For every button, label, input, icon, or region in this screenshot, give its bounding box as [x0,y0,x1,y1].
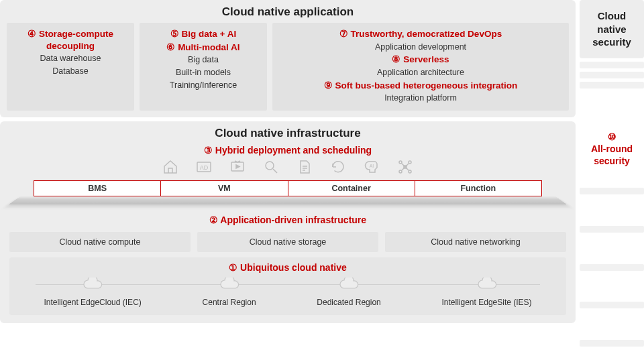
infrastructure-title: Cloud native infrastructure [7,127,569,140]
compute-vm: VM [161,180,288,196]
sub-bigdata: Big data [188,54,219,66]
sidebar-stripe-icon [580,72,644,78]
cloud-icon [476,278,498,294]
home-icon [162,159,178,178]
box-devops-serverless: ⑦ Trustworthy, democratized DevOps Appli… [272,23,569,111]
cloud-icon [218,278,241,294]
heading-devops: ⑦ Trustworthy, democratized DevOps [339,28,502,40]
hybrid-section: ③ Hybrid deployment and scheduling AD AI… [7,144,569,206]
application-panel: Cloud native application ④ Storage-compu… [0,0,576,117]
svg-text:AI: AI [370,164,374,168]
cloud-regions-row: Intelligent EdgeCloud (IEC) Central Regi… [13,278,562,307]
drone-icon [397,159,413,178]
ad-icon: AD [196,159,212,178]
sidebar-stripe-icon [580,302,644,308]
svg-point-5 [399,161,402,164]
infrastructure-panel: Cloud native infrastructure ③ Hybrid dep… [0,121,576,323]
search-icon [263,159,279,178]
sub-app-development: Application development [375,42,466,53]
box-storage-compute: ④ Storage-compute decoupling Data wareho… [7,23,134,111]
heading-hybrid: ③ Hybrid deployment and scheduling [7,144,569,156]
heading-serverless: ⑧ Serverless [392,54,449,66]
ai-head-icon: AI [364,159,380,178]
refresh-icon [330,159,346,178]
appdriven-section: ② Application-driven infrastructure Clou… [7,214,569,251]
ubiquitous-section: ① Ubiquitous cloud native Intelligent Ed… [9,257,566,315]
compute-function: Function [415,180,542,196]
heading-softbus: ⑨ Soft bus-based heterogeneous integrati… [324,80,517,92]
tile-networking: Cloud native networking [385,232,566,252]
svg-point-8 [409,170,411,173]
sidebar-stripe-icon [580,188,644,194]
svg-point-6 [409,161,411,164]
sub-integration-platform: Integration platform [384,93,457,104]
heading-storage-compute: ④ Storage-compute decoupling [11,28,130,52]
application-title: Cloud native application [7,5,569,19]
cloud-icon [81,278,104,294]
heading-multimodal-ai: ⑥ Multi-modal AI [166,42,239,54]
platform-base-icon [9,196,566,204]
sidebar-stripe-icon [580,340,644,347]
heading-ubiquitous: ① Ubiquitous cloud native [13,261,562,274]
svg-point-3 [266,162,274,170]
sub-database: Database [52,66,89,77]
sidebar-stripe-icon [580,264,644,271]
sub-app-architecture: Application architecture [377,67,464,78]
compute-container: Container [288,180,415,196]
sidebar-stripe-icon [580,82,644,88]
tv-play-icon [229,159,246,178]
sidebar-spacer [580,58,644,125]
svg-text:AD: AD [200,164,209,171]
heading-bigdata-ai: ⑤ Big data + AI [170,28,236,40]
cloud-item-central: Central Region [203,278,256,307]
document-icon [297,159,313,178]
sidebar-title: Cloud native security [580,0,644,58]
heading-allround-security: ⑩ All-round security [580,125,644,173]
main-column: Cloud native application ④ Storage-compu… [0,0,576,362]
tile-compute: Cloud native compute [9,232,191,252]
heading-appdriven: ② Application-driven infrastructure [7,214,569,226]
cloud-item-dedicated: Dedicated Region [317,278,380,307]
compute-bms: BMS [34,180,161,196]
sub-data-warehouse: Data warehouse [40,53,101,64]
tile-storage: Cloud native storage [197,232,378,252]
svg-point-7 [399,170,402,173]
workload-icon-row: AD AI [7,159,569,178]
sidebar-stripe-icon [580,62,644,68]
cloud-item-iec: Intelligent EdgeCloud (IEC) [44,278,141,307]
sub-builtin-models: Built-in models [176,67,231,78]
cloud-icon [337,278,360,294]
application-row: ④ Storage-compute decoupling Data wareho… [7,23,569,111]
box-bigdata-ai: ⑤ Big data + AI ⑥ Multi-modal AI Big dat… [140,23,267,111]
infra-tiles-row: Cloud native compute Cloud native storag… [9,232,566,252]
compute-type-row: BMS VM Container Function [34,180,542,196]
cloud-item-ies: Intelligent EdgeSite (IES) [442,278,532,307]
sidebar-lower [580,172,644,362]
sub-training-inference: Training/Inference [170,80,237,91]
security-sidebar: Cloud native security ⑩ All-round securi… [580,0,644,362]
sidebar-stripe-icon [580,226,644,233]
